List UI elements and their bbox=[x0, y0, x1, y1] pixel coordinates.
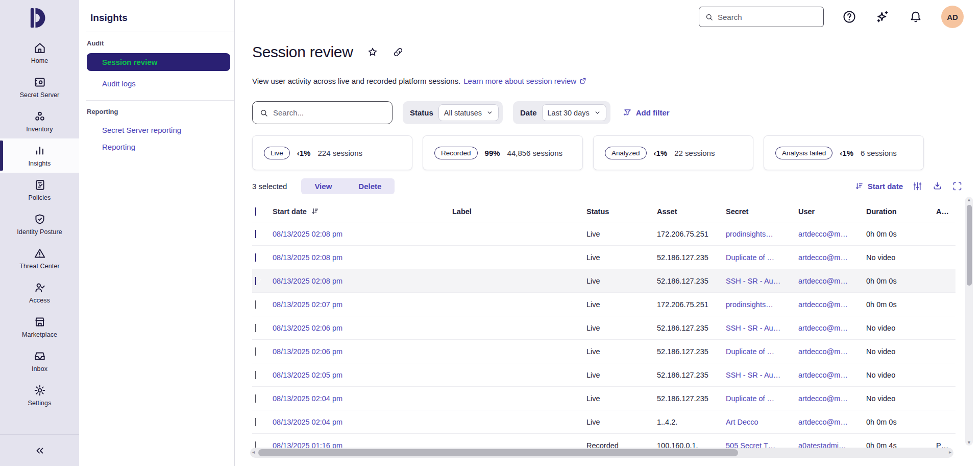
session-user-link[interactable]: artdecco@m… bbox=[798, 277, 866, 285]
session-duration: 0h 0m 0s bbox=[866, 418, 936, 426]
row-checkbox[interactable] bbox=[255, 277, 256, 285]
column-header-secret[interactable]: Secret bbox=[726, 207, 798, 216]
horizontal-scrollbar[interactable]: ◂ ▸ bbox=[250, 448, 953, 458]
column-header-user[interactable]: User bbox=[798, 207, 866, 216]
session-secret-link[interactable]: SSH - SR - Au… bbox=[726, 371, 798, 379]
session-secret-link[interactable]: Duplicate of … bbox=[726, 253, 798, 262]
session-start-date-link[interactable]: 08/13/2025 02:05 pm bbox=[273, 371, 452, 379]
vertical-scrollbar-thumb[interactable] bbox=[967, 205, 972, 286]
row-checkbox[interactable] bbox=[255, 418, 256, 426]
divider bbox=[86, 32, 234, 32]
sidebar-item-inbox[interactable]: Inbox bbox=[0, 344, 79, 378]
column-header-duration[interactable]: Duration bbox=[866, 207, 936, 216]
column-header-activity[interactable]: Activity bbox=[936, 207, 955, 216]
session-secret-link[interactable]: prodinsights… bbox=[726, 230, 798, 238]
learn-more-link[interactable]: Learn more about session review bbox=[463, 77, 587, 85]
sidebar-item-threat-center[interactable]: Threat Center bbox=[0, 241, 79, 275]
session-user-link[interactable]: artdecco@m… bbox=[798, 371, 866, 379]
sort-descending-icon[interactable] bbox=[311, 207, 320, 216]
session-start-date-link[interactable]: 08/13/2025 02:08 pm bbox=[273, 230, 452, 238]
scroll-up-arrow-icon[interactable]: ▲ bbox=[965, 197, 973, 202]
session-user-link[interactable]: artdecco@m… bbox=[798, 253, 866, 262]
sidebar-item-settings[interactable]: Settings bbox=[0, 378, 79, 412]
vault-icon bbox=[33, 76, 46, 89]
stat-card-recorded: Recorded 99% 44,856 sessions bbox=[423, 135, 583, 170]
inbox-icon bbox=[33, 350, 46, 363]
session-user-link[interactable]: artdecco@m… bbox=[798, 394, 866, 403]
session-secret-link[interactable]: Duplicate of … bbox=[726, 394, 798, 403]
table-row: 08/13/2025 02:08 pm Live 52.186.127.235 … bbox=[252, 246, 955, 269]
horizontal-scrollbar-thumb[interactable] bbox=[258, 449, 738, 456]
select-all-checkbox[interactable] bbox=[255, 207, 256, 216]
global-search[interactable] bbox=[699, 7, 824, 27]
session-start-date-link[interactable]: 08/13/2025 02:04 pm bbox=[273, 394, 452, 403]
view-button[interactable]: View bbox=[301, 178, 345, 194]
column-settings-icon[interactable] bbox=[912, 181, 923, 192]
copy-link-icon[interactable] bbox=[392, 46, 404, 58]
scroll-down-arrow-icon[interactable]: ▼ bbox=[965, 440, 973, 445]
session-secret-link[interactable]: SSH - SR - Au… bbox=[726, 277, 798, 285]
session-user-link[interactable]: artdecco@m… bbox=[798, 300, 866, 309]
sidebar-item-insights[interactable]: Insights bbox=[0, 138, 79, 173]
row-checkbox[interactable] bbox=[255, 371, 256, 379]
session-start-date-link[interactable]: 08/13/2025 02:07 pm bbox=[273, 300, 452, 309]
sidebar-item-home[interactable]: Home bbox=[0, 36, 79, 70]
sidebar-collapse-button[interactable] bbox=[0, 434, 79, 466]
row-checkbox[interactable] bbox=[255, 300, 256, 309]
session-start-date-link[interactable]: 08/13/2025 02:06 pm bbox=[273, 347, 452, 356]
session-secret-link[interactable]: Art Decco bbox=[726, 418, 798, 426]
scroll-left-arrow-icon[interactable]: ◂ bbox=[252, 449, 255, 455]
global-search-input[interactable] bbox=[718, 13, 810, 21]
delete-button[interactable]: Delete bbox=[345, 178, 395, 194]
subnav-item-secret-server-reporting[interactable]: Secret Server reporting bbox=[79, 122, 234, 138]
row-checkbox[interactable] bbox=[255, 230, 256, 238]
sidebar-item-policies[interactable]: Policies bbox=[0, 173, 79, 207]
sidebar-item-inventory[interactable]: Inventory bbox=[0, 104, 79, 138]
subnav-item-audit-logs[interactable]: Audit logs bbox=[79, 75, 234, 92]
session-user-link[interactable]: artdecco@m… bbox=[798, 347, 866, 356]
sidebar-item-marketplace[interactable]: Marketplace bbox=[0, 310, 79, 344]
column-header-label[interactable]: Label bbox=[452, 207, 586, 216]
column-header-asset[interactable]: Asset bbox=[657, 207, 726, 216]
sidebar-item-access[interactable]: Access bbox=[0, 275, 79, 310]
scroll-right-arrow-icon[interactable]: ▸ bbox=[949, 449, 951, 455]
avatar[interactable]: AD bbox=[941, 6, 964, 28]
sidebar-item-label: Access bbox=[29, 297, 50, 304]
row-checkbox[interactable] bbox=[255, 324, 256, 332]
column-header-start-date[interactable]: Start date bbox=[273, 207, 307, 216]
row-checkbox[interactable] bbox=[255, 394, 256, 403]
vertical-scrollbar[interactable]: ▲ ▼ bbox=[965, 197, 973, 446]
sort-by-button[interactable]: Start date bbox=[854, 181, 903, 191]
session-user-link[interactable]: artdecco@m… bbox=[798, 230, 866, 238]
help-icon[interactable] bbox=[842, 10, 856, 24]
session-secret-link[interactable]: prodinsights… bbox=[726, 300, 798, 309]
sidebar-item-secret-server[interactable]: Secret Server bbox=[0, 70, 79, 104]
session-start-date-link[interactable]: 08/13/2025 02:08 pm bbox=[273, 277, 452, 285]
date-select[interactable]: Last 30 days bbox=[542, 104, 606, 121]
column-header-status[interactable]: Status bbox=[586, 207, 657, 216]
table-search-input[interactable] bbox=[273, 108, 380, 117]
session-start-date-link[interactable]: 08/13/2025 02:08 pm bbox=[273, 253, 452, 262]
download-icon[interactable] bbox=[932, 181, 943, 192]
ai-sparkles-icon[interactable] bbox=[875, 9, 890, 25]
table-search[interactable] bbox=[252, 101, 393, 124]
session-start-date-link[interactable]: 08/13/2025 02:06 pm bbox=[273, 324, 452, 332]
session-secret-link[interactable]: SSH - SR - Au… bbox=[726, 324, 798, 332]
page-header: Session review bbox=[252, 41, 980, 63]
add-filter-button[interactable]: Add filter bbox=[623, 108, 670, 118]
subnav-item-session-review[interactable]: Session review bbox=[87, 53, 230, 71]
session-secret-link[interactable]: Duplicate of … bbox=[726, 347, 798, 356]
delinea-logo[interactable] bbox=[0, 0, 79, 36]
session-start-date-link[interactable]: 08/13/2025 02:04 pm bbox=[273, 418, 452, 426]
subnav-item-reporting[interactable]: Reporting bbox=[79, 138, 234, 155]
sidebar-item-identity-posture[interactable]: Identity Posture bbox=[0, 207, 79, 241]
status-select[interactable]: All statuses bbox=[438, 104, 499, 121]
row-checkbox[interactable] bbox=[255, 347, 256, 356]
notifications-bell-icon[interactable] bbox=[909, 10, 923, 24]
fullscreen-icon[interactable] bbox=[952, 181, 963, 192]
row-checkbox[interactable] bbox=[255, 253, 256, 262]
favorite-star-icon[interactable] bbox=[366, 46, 379, 58]
session-user-link[interactable]: artdecco@m… bbox=[798, 418, 866, 426]
session-user-link[interactable]: artdecco@m… bbox=[798, 324, 866, 332]
date-filter: Date Last 30 days bbox=[513, 101, 610, 124]
